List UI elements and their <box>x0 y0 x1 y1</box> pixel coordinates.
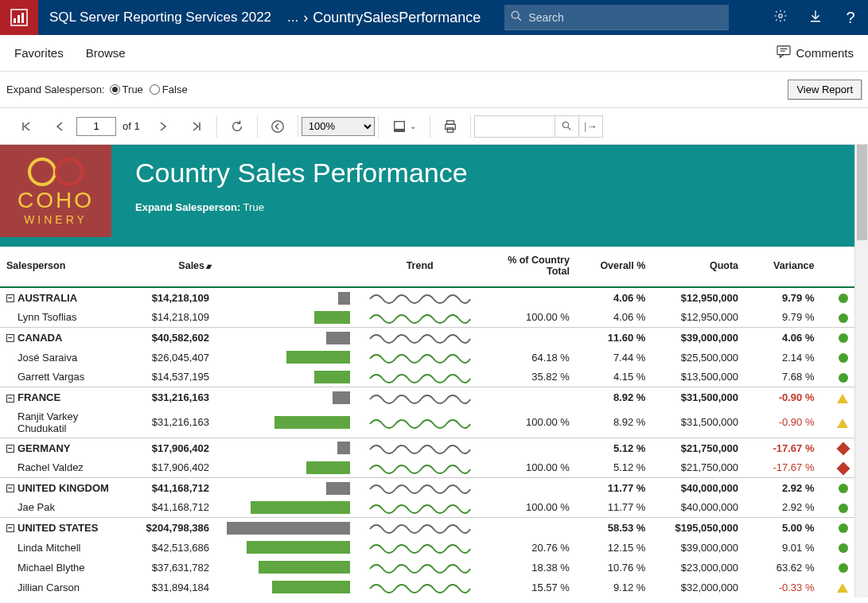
cell-sales: $31,216,163 <box>135 407 216 438</box>
vertical-scrollbar[interactable] <box>854 145 868 597</box>
param-radio-false[interactable]: False <box>150 84 188 95</box>
find-input[interactable] <box>475 117 555 136</box>
next-page-button[interactable] <box>146 108 180 145</box>
search-input[interactable] <box>528 11 703 24</box>
cell-bar <box>216 407 356 438</box>
search-box[interactable] <box>504 5 729 30</box>
breadcrumb-overflow[interactable]: ... <box>287 10 298 25</box>
cell-name: −UNITED KINGDOM <box>0 477 135 497</box>
bar-icon <box>247 541 350 554</box>
brand-title: SQL Server Reporting Services 2022 <box>49 10 271 25</box>
cell-variance: 9.79 % <box>745 287 820 308</box>
cell-bar <box>216 387 356 407</box>
cell-name: Lynn Tsoflias <box>0 308 135 328</box>
cell-pct-country: 100.00 % <box>483 457 576 477</box>
cell-trend <box>356 498 483 518</box>
expand-toggle[interactable]: − <box>6 334 14 342</box>
cell-name: Jillian Carson <box>0 578 135 597</box>
print-button[interactable] <box>434 108 467 145</box>
report-body: COHO WINERY Country Sales Performance Ex… <box>0 145 854 597</box>
expand-toggle[interactable]: − <box>6 445 14 453</box>
col-variance[interactable]: Variance <box>745 247 820 287</box>
cell-pct-country: 100.00 % <box>483 407 576 438</box>
cell-name: −CANADA <box>0 328 135 348</box>
bar-icon <box>338 292 350 305</box>
cell-indicator <box>821 498 855 518</box>
cell-variance: 2.14 % <box>745 348 820 368</box>
table-row: Jillian Carson$31,894,18415.57 %9.12 %$3… <box>0 578 854 597</box>
cell-quota: $13,500,000 <box>652 368 745 387</box>
cell-variance: 63.62 % <box>745 558 820 578</box>
bar-icon <box>326 332 350 344</box>
cell-bar <box>216 457 356 477</box>
breadcrumb-report-name[interactable]: CountrySalesPerformance <box>313 10 481 26</box>
svg-point-6 <box>779 14 783 18</box>
expand-toggle[interactable]: − <box>6 484 14 492</box>
page-of-label: of 1 <box>123 120 140 132</box>
cell-sales: $41,168,712 <box>135 498 216 518</box>
last-page-button[interactable] <box>180 108 213 145</box>
param-radio-true[interactable]: True <box>110 84 143 95</box>
indicator-circle-icon <box>839 294 848 303</box>
svg-rect-2 <box>18 15 20 23</box>
find-next-button[interactable]: | → <box>578 116 602 137</box>
indicator-diamond-icon <box>837 461 850 475</box>
settings-button[interactable] <box>763 0 798 35</box>
cell-overall: 4.06 % <box>576 308 652 328</box>
find-button[interactable] <box>555 116 578 137</box>
cell-quota: $195,050,000 <box>652 518 745 538</box>
refresh-button[interactable] <box>220 108 254 145</box>
cell-variance: -0.33 % <box>745 578 820 597</box>
cell-bar <box>216 308 356 328</box>
col-quota[interactable]: Quota <box>652 247 745 287</box>
table-row: Linda Mitchell$42,513,68620.76 %12.15 %$… <box>0 538 854 558</box>
report-toolbar: of 1 100% ⌄ | → <box>0 108 868 145</box>
prev-page-button[interactable] <box>43 108 76 145</box>
svg-point-10 <box>272 120 283 131</box>
cell-quota: $40,000,000 <box>652 498 745 518</box>
expand-toggle[interactable]: − <box>6 395 14 403</box>
cell-quota: $40,000,000 <box>652 477 745 497</box>
view-report-button[interactable]: View Report <box>788 80 862 99</box>
cell-trend <box>356 457 483 477</box>
cell-sales: $26,045,407 <box>135 348 216 368</box>
indicator-triangle-icon <box>837 583 848 593</box>
bar-icon <box>337 442 350 454</box>
col-salesperson[interactable]: Salesperson <box>0 247 135 287</box>
col-overall[interactable]: Overall % <box>576 247 652 287</box>
table-row: Garrett Vargas$14,537,19535.82 %4.15 %$1… <box>0 368 854 387</box>
bar-icon <box>326 482 350 495</box>
tab-browse[interactable]: Browse <box>86 46 126 60</box>
expand-toggle[interactable]: − <box>6 524 14 532</box>
svg-rect-15 <box>445 124 455 129</box>
cell-overall: 8.92 % <box>576 407 652 438</box>
svg-rect-7 <box>777 46 790 55</box>
cell-trend <box>356 438 483 457</box>
comments-button[interactable]: Comments <box>777 45 854 60</box>
expand-toggle[interactable]: − <box>6 294 14 302</box>
ssrs-logo-icon[interactable] <box>0 0 38 35</box>
cell-indicator <box>821 328 855 348</box>
page-number-input[interactable] <box>76 117 116 136</box>
download-button[interactable] <box>798 0 833 35</box>
scrollbar-thumb[interactable] <box>857 145 867 240</box>
table-row: Michael Blythe$37,631,78218.38 %10.76 %$… <box>0 558 854 578</box>
col-pct-country[interactable]: % of Country Total <box>483 247 576 287</box>
indicator-circle-icon <box>839 313 848 323</box>
tab-favorites[interactable]: Favorites <box>14 46 64 60</box>
zoom-select[interactable]: 100% <box>302 117 375 136</box>
back-button[interactable] <box>261 108 294 145</box>
export-button[interactable]: ⌄ <box>382 108 426 145</box>
col-sales[interactable]: Sales▴▾ <box>135 247 216 287</box>
help-button[interactable]: ? <box>833 0 868 35</box>
cell-trend <box>356 558 483 578</box>
cell-trend <box>356 387 483 407</box>
first-page-button[interactable] <box>10 108 43 145</box>
cell-overall: 9.12 % <box>576 578 652 597</box>
cell-name: −GERMANY <box>0 438 135 457</box>
col-trend[interactable]: Trend <box>356 247 483 287</box>
find-group: | → <box>474 115 603 138</box>
comments-label: Comments <box>796 46 854 60</box>
cell-indicator <box>821 348 855 368</box>
cell-sales: $31,894,184 <box>135 578 216 597</box>
